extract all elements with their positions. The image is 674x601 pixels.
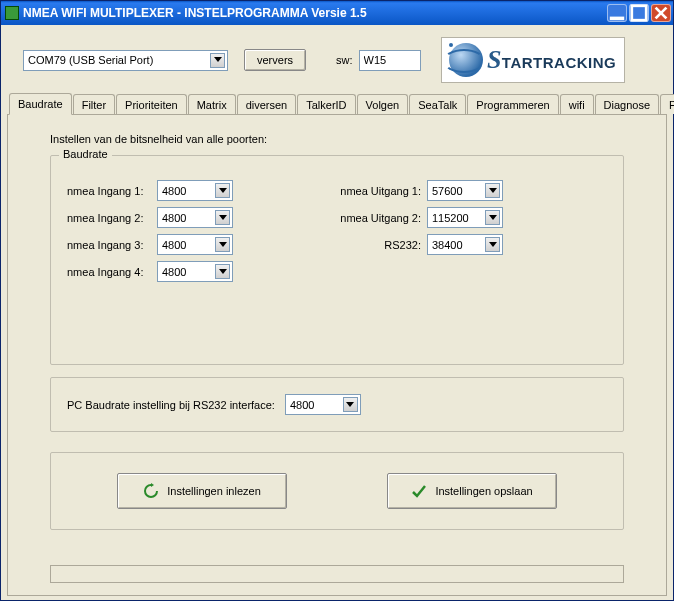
brand-logo: STARTRACKING bbox=[441, 37, 625, 83]
read-button-label: Instellingen inlezen bbox=[167, 485, 261, 497]
refresh-icon bbox=[143, 483, 159, 499]
globe-icon bbox=[449, 43, 483, 77]
svg-marker-13 bbox=[151, 483, 154, 487]
tab-seatalk[interactable]: SeaTalk bbox=[409, 94, 466, 114]
svg-rect-1 bbox=[632, 6, 646, 20]
top-toolbar: COM79 (USB Serial Port) ververs sw: STAR… bbox=[7, 29, 667, 91]
svg-marker-10 bbox=[489, 242, 497, 247]
chevron-down-icon bbox=[210, 53, 225, 68]
save-settings-button[interactable]: Instellingen opslaan bbox=[387, 473, 557, 509]
rs232-select[interactable]: 38400 bbox=[427, 234, 503, 255]
in4-label: nmea Ingang 4: bbox=[67, 266, 157, 278]
tab-filter[interactable]: Filter bbox=[73, 94, 115, 114]
rs232-label: RS232: bbox=[327, 239, 427, 251]
in1-label: nmea Ingang 1: bbox=[67, 185, 157, 197]
svg-marker-5 bbox=[219, 188, 227, 193]
baudrate-legend: Baudrate bbox=[59, 148, 112, 160]
in1-select[interactable]: 4800 bbox=[157, 180, 233, 201]
read-settings-button[interactable]: Instellingen inlezen bbox=[117, 473, 287, 509]
svg-marker-9 bbox=[219, 242, 227, 247]
out2-select[interactable]: 115200 bbox=[427, 207, 503, 228]
tab-diversen[interactable]: diversen bbox=[237, 94, 297, 114]
chevron-down-icon bbox=[485, 210, 500, 225]
tab-polar[interactable]: Polar bbox=[660, 94, 674, 114]
tab-volgen[interactable]: Volgen bbox=[357, 94, 409, 114]
check-icon bbox=[411, 483, 427, 499]
out2-label: nmea Uitgang 2: bbox=[327, 212, 427, 224]
svg-marker-12 bbox=[346, 402, 354, 407]
status-bar bbox=[50, 565, 624, 583]
tab-baudrate[interactable]: Baudrate bbox=[9, 93, 72, 115]
sw-label: sw: bbox=[336, 54, 353, 66]
svg-marker-8 bbox=[489, 215, 497, 220]
chevron-down-icon bbox=[485, 237, 500, 252]
tab-diagnose[interactable]: Diagnose bbox=[595, 94, 659, 114]
in2-label: nmea Ingang 2: bbox=[67, 212, 157, 224]
tab-page-baudrate: Instellen van de bitsnelheid van alle po… bbox=[7, 115, 667, 596]
in3-label: nmea Ingang 3: bbox=[67, 239, 157, 251]
out1-label: nmea Uitgang 1: bbox=[327, 185, 427, 197]
in4-select[interactable]: 4800 bbox=[157, 261, 233, 282]
out1-select[interactable]: 57600 bbox=[427, 180, 503, 201]
com-port-select[interactable]: COM79 (USB Serial Port) bbox=[23, 50, 228, 71]
tab-prioriteiten[interactable]: Prioriteiten bbox=[116, 94, 187, 114]
tab-strip: Baudrate Filter Prioriteiten Matrix dive… bbox=[7, 93, 667, 115]
window-title: NMEA WIFI MULTIPLEXER - INSTELPROGRAMMA … bbox=[23, 6, 605, 20]
minimize-button[interactable] bbox=[607, 4, 627, 22]
sw-version-field[interactable] bbox=[359, 50, 421, 71]
svg-marker-7 bbox=[219, 215, 227, 220]
svg-marker-6 bbox=[489, 188, 497, 193]
intro-text: Instellen van de bitsnelheid van alle po… bbox=[50, 133, 624, 145]
svg-marker-4 bbox=[214, 57, 222, 62]
brand-name: STARTRACKING bbox=[487, 45, 616, 75]
maximize-button[interactable] bbox=[629, 4, 649, 22]
tab-matrix[interactable]: Matrix bbox=[188, 94, 236, 114]
svg-rect-0 bbox=[610, 17, 624, 21]
app-icon bbox=[5, 6, 19, 20]
pc-baudrate-group: PC Baudrate instelling bij RS232 interfa… bbox=[50, 377, 624, 432]
chevron-down-icon bbox=[485, 183, 500, 198]
com-port-value: COM79 (USB Serial Port) bbox=[28, 54, 208, 66]
in2-select[interactable]: 4800 bbox=[157, 207, 233, 228]
svg-marker-11 bbox=[219, 269, 227, 274]
close-button[interactable] bbox=[651, 4, 671, 22]
pc-baud-select[interactable]: 4800 bbox=[285, 394, 361, 415]
tab-talkerid[interactable]: TalkerID bbox=[297, 94, 355, 114]
tab-wifi[interactable]: wifi bbox=[560, 94, 594, 114]
pc-baud-label: PC Baudrate instelling bij RS232 interfa… bbox=[67, 399, 275, 411]
save-button-label: Instellingen opslaan bbox=[435, 485, 532, 497]
refresh-button[interactable]: ververs bbox=[244, 49, 306, 71]
in3-select[interactable]: 4800 bbox=[157, 234, 233, 255]
chevron-down-icon bbox=[215, 210, 230, 225]
chevron-down-icon bbox=[215, 237, 230, 252]
chevron-down-icon bbox=[215, 183, 230, 198]
chevron-down-icon bbox=[343, 397, 358, 412]
title-bar: NMEA WIFI MULTIPLEXER - INSTELPROGRAMMA … bbox=[1, 1, 673, 25]
baudrate-group: Baudrate nmea Ingang 1: 4800 nmea Uitgan… bbox=[50, 155, 624, 365]
tab-programmeren[interactable]: Programmeren bbox=[467, 94, 558, 114]
chevron-down-icon bbox=[215, 264, 230, 279]
action-buttons: Instellingen inlezen Instellingen opslaa… bbox=[50, 452, 624, 530]
